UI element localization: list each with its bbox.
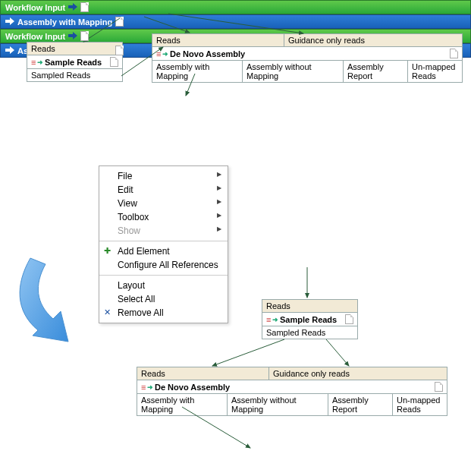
- sample-reads-label: Sample Reads: [45, 58, 102, 67]
- denovo-node-bottom[interactable]: De Novo Assembly: [137, 380, 447, 394]
- menu-remove-all[interactable]: ✕ Remove All: [99, 306, 228, 320]
- denovo-node-top[interactable]: De Novo Assembly: [152, 46, 463, 61]
- areport-port-top[interactable]: Assembly Report: [343, 60, 408, 83]
- reads-port-bottom-denovo[interactable]: Reads: [137, 367, 269, 380]
- sample-reads-icon: [266, 315, 277, 324]
- document-icon: [115, 17, 124, 27]
- document-icon: [80, 31, 89, 41]
- context-menu: File Edit View Toolbox Show ✚ Add Elemen…: [99, 165, 228, 323]
- awom-label: Assembly without Mapping: [231, 396, 324, 414]
- arrow-right-icon: [5, 17, 14, 27]
- unmapped-label: Un-mapped Reads: [397, 396, 443, 414]
- awm-label: Assembly with Mapping: [156, 62, 238, 80]
- denovo-label: De Novo Assembly: [170, 49, 245, 58]
- menu-edit[interactable]: Edit: [99, 183, 228, 197]
- awom-port-top[interactable]: Assembly without Mapping: [242, 60, 344, 83]
- reads-port-top-sample[interactable]: Reads: [27, 42, 123, 55]
- awm-port-bottom[interactable]: Assembly with Mapping: [137, 393, 228, 416]
- menu-toolbox[interactable]: Toolbox: [99, 210, 228, 224]
- reads-port-top-denovo[interactable]: Reads: [152, 33, 284, 47]
- awm-label: Assembly with Mapping: [141, 396, 223, 414]
- arrow-right-icon: [5, 46, 14, 55]
- awom-label: Assembly without Mapping: [246, 62, 339, 80]
- transition-arrow-icon: [11, 251, 95, 351]
- reads-label: Reads: [156, 36, 181, 45]
- unmapped-port-top[interactable]: Un-mapped Reads: [407, 60, 463, 83]
- awm-port-top[interactable]: Assembly with Mapping: [152, 60, 243, 83]
- sample-reads-label: Sample Reads: [280, 315, 337, 324]
- document-icon: [435, 382, 443, 392]
- denovo-icon: [141, 383, 152, 392]
- menu-configure-all[interactable]: Configure All References: [99, 258, 228, 272]
- menu-file[interactable]: File: [99, 169, 228, 183]
- document-icon: [345, 314, 353, 324]
- areport-label: Assembly Report: [347, 62, 403, 80]
- guidance-port-bottom[interactable]: Guidance only reads: [268, 367, 447, 380]
- guidance-label: Guidance only reads: [288, 36, 365, 45]
- plus-icon: ✚: [104, 246, 111, 256]
- menu-select-all[interactable]: Select All: [99, 292, 228, 306]
- sampled-reads-port-bottom[interactable]: Sampled Reads: [262, 326, 358, 339]
- reads-label: Reads: [31, 44, 55, 53]
- areport-port-bottom[interactable]: Assembly Report: [328, 393, 393, 416]
- awom-port-bottom[interactable]: Assembly without Mapping: [227, 393, 328, 416]
- menu-view[interactable]: View: [99, 197, 228, 210]
- menu-layout[interactable]: Layout: [99, 279, 228, 292]
- document-icon: [110, 57, 118, 67]
- sampled-reads-label: Sampled Reads: [266, 328, 325, 337]
- x-icon: ✕: [104, 307, 111, 317]
- reads-label: Reads: [141, 369, 165, 378]
- sampled-reads-label: Sampled Reads: [31, 71, 90, 80]
- menu-show: Show: [99, 224, 228, 238]
- unmapped-port-bottom[interactable]: Un-mapped Reads: [392, 393, 447, 416]
- guidance-port-top[interactable]: Guidance only reads: [284, 33, 463, 47]
- sample-reads-node-top[interactable]: Sample Reads: [27, 55, 123, 69]
- sampled-reads-port-top[interactable]: Sampled Reads: [27, 68, 123, 82]
- sample-reads-node-bottom[interactable]: Sample Reads: [262, 312, 358, 326]
- reads-label: Reads: [266, 301, 290, 311]
- document-icon: [115, 46, 124, 55]
- document-icon: [80, 2, 89, 12]
- document-icon: [450, 49, 458, 58]
- denovo-icon: [156, 49, 167, 58]
- unmapped-label: Un-mapped Reads: [412, 62, 458, 80]
- reads-port-bottom-sample[interactable]: Reads: [262, 299, 358, 313]
- guidance-label: Guidance only reads: [273, 369, 350, 378]
- areport-label: Assembly Report: [332, 396, 388, 414]
- denovo-label: De Novo Assembly: [155, 383, 230, 392]
- sample-reads-icon: [31, 58, 42, 67]
- menu-add-element[interactable]: ✚ Add Element: [99, 244, 228, 258]
